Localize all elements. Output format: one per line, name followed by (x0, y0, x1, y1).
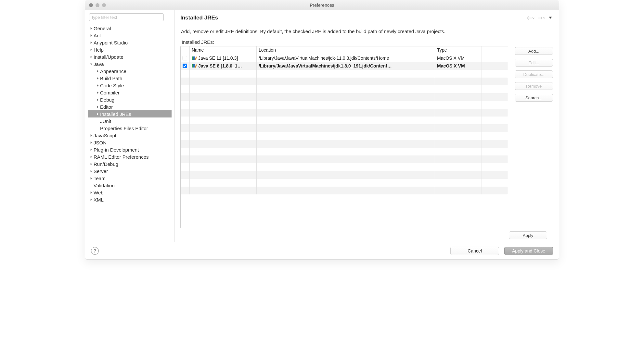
table-row (181, 124, 508, 132)
default-jre-checkbox[interactable] (183, 56, 187, 60)
tree-item[interactable]: Server (88, 167, 172, 175)
expand-arrow-icon (96, 105, 99, 109)
preferences-window: Preferences GeneralAntAnypoint StudioHel… (85, 0, 559, 260)
table-row (181, 163, 508, 171)
tree-item[interactable]: Plug-in Development (88, 146, 172, 153)
default-jre-checkbox[interactable] (183, 64, 187, 68)
tree-item[interactable]: Installed JREs (88, 110, 172, 117)
tree-item[interactable]: XML (88, 196, 172, 203)
apply-button[interactable]: Apply (509, 231, 547, 239)
tree-item-label: General (94, 26, 111, 31)
category-tree: GeneralAntAnypoint StudioHelpInstall/Upd… (88, 25, 172, 203)
zoom-window-button[interactable] (102, 3, 106, 7)
row-location-cell: /Library/Java/JavaVirtualMachines/jdk1.8… (257, 62, 435, 70)
tree-item[interactable]: Build Path (88, 75, 172, 82)
tree-item[interactable]: Editor (88, 103, 172, 110)
minimize-window-button[interactable] (96, 3, 99, 7)
search-button[interactable]: Search... (515, 94, 553, 102)
tree-item-label: Server (94, 168, 108, 174)
content-pane: Installed JREs Add, remove or edit JR (174, 10, 559, 242)
window-controls (85, 3, 106, 7)
table-row (181, 117, 508, 124)
tree-item[interactable]: Install/Update (88, 53, 172, 60)
table-row (181, 78, 508, 85)
help-button[interactable]: ? (91, 247, 99, 255)
expand-arrow-icon (96, 112, 99, 116)
filter-input[interactable] (89, 13, 164, 21)
tree-item-label: Compiler (100, 90, 120, 95)
tree-item-label: Debug (100, 97, 114, 103)
table-row (181, 101, 508, 109)
table-row (181, 179, 508, 187)
tree-item[interactable]: JUnit (88, 117, 172, 125)
apply-row: Apply (180, 228, 553, 242)
titlebar: Preferences (85, 0, 559, 10)
back-button[interactable] (526, 15, 535, 21)
expand-arrow-icon (89, 198, 93, 202)
tree-item-label: RAML Editor Preferences (94, 154, 149, 160)
footer-buttons: Cancel Apply and Close (450, 247, 553, 255)
add-button[interactable]: Add... (515, 47, 553, 55)
tree-item-label: Installed JREs (100, 111, 131, 117)
column-location[interactable]: Location (257, 46, 435, 54)
tree-item-label: Appearance (100, 68, 126, 74)
tree-item[interactable]: Compiler (88, 89, 172, 96)
svg-marker-5 (195, 64, 197, 68)
jre-library-icon (192, 56, 197, 60)
window-title: Preferences (85, 3, 559, 8)
edit-button[interactable]: Edit... (515, 59, 553, 67)
view-menu-button[interactable] (548, 16, 553, 20)
remove-button[interactable]: Remove (515, 82, 553, 90)
close-window-button[interactable] (89, 3, 93, 7)
table-row[interactable]: Java SE 11 [11.0.3]/Library/Java/JavaVir… (181, 54, 508, 62)
dropdown-caret-icon (532, 17, 535, 19)
expand-arrow-icon (89, 33, 93, 37)
tree-item[interactable]: Ant (88, 32, 172, 39)
menu-caret-icon (548, 16, 552, 19)
table-header: Name Location Type (181, 46, 508, 54)
column-name[interactable]: Name (190, 46, 257, 54)
table-row[interactable]: Java SE 8 [1.8.0_1…/Library/Java/JavaVir… (181, 62, 508, 70)
page-description: Add, remove or edit JRE definitions. By … (180, 24, 553, 39)
tree-item[interactable]: Appearance (88, 68, 172, 75)
installed-jres-table[interactable]: Name Location Type Java SE 11 [11.0.3]/L… (180, 46, 508, 228)
expand-arrow-icon (89, 48, 93, 52)
page-title: Installed JREs (180, 15, 218, 21)
apply-and-close-button[interactable]: Apply and Close (504, 247, 553, 255)
tree-item[interactable]: JSON (88, 139, 172, 146)
svg-rect-0 (192, 56, 193, 60)
tree-item[interactable]: Java (88, 60, 172, 68)
tree-item[interactable]: Run/Debug (88, 160, 172, 167)
expand-arrow-icon (89, 155, 93, 159)
tree-item-label: Web (94, 190, 104, 195)
back-arrow-icon (527, 16, 532, 20)
tree-item[interactable]: Team (88, 175, 172, 182)
side-buttons: Add... Edit... Duplicate... Remove Searc… (515, 47, 553, 228)
footer: ? Cancel Apply and Close (85, 242, 559, 259)
table-row (181, 85, 508, 93)
duplicate-button[interactable]: Duplicate... (515, 70, 553, 78)
tree-item[interactable]: RAML Editor Preferences (88, 153, 172, 160)
tree-item[interactable]: Web (88, 189, 172, 196)
tree-item-label: Java (94, 61, 104, 67)
table-row (181, 171, 508, 179)
tree-item[interactable]: Anypoint Studio (88, 39, 172, 46)
tree-item[interactable]: Code Style (88, 82, 172, 89)
tree-item[interactable]: Validation (88, 182, 172, 189)
tree-item[interactable]: General (88, 25, 172, 32)
tree-item-label: JavaScript (94, 133, 116, 138)
table-body: Java SE 11 [11.0.3]/Library/Java/JavaVir… (181, 54, 508, 228)
tree-item-label: XML (94, 197, 104, 203)
cancel-button[interactable]: Cancel (450, 247, 499, 255)
tree-item[interactable]: Properties Files Editor (88, 125, 172, 132)
expand-arrow-icon (96, 83, 99, 87)
tree-item[interactable]: Debug (88, 96, 172, 103)
header-toolbar (526, 15, 553, 21)
table-row (181, 70, 508, 78)
column-type[interactable]: Type (435, 46, 482, 54)
expand-arrow-icon (89, 148, 93, 152)
forward-button[interactable] (537, 15, 546, 21)
tree-item[interactable]: JavaScript (88, 132, 172, 139)
tree-item[interactable]: Help (88, 46, 172, 53)
row-spacer (482, 54, 508, 62)
